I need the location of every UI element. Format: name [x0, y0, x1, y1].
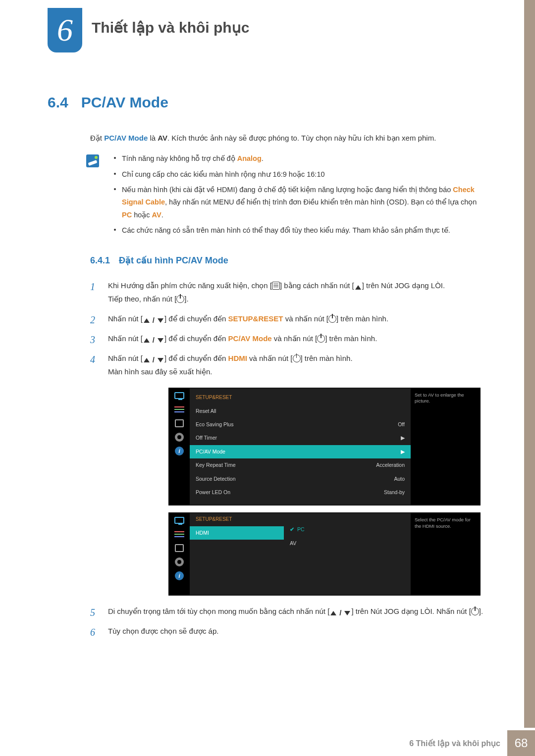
step-item: 4 Nhấn nút [/] để di chuyển đến HDMI và … — [90, 352, 483, 596]
monitor-icon — [174, 391, 185, 400]
text: hoặc — [132, 211, 152, 219]
menu-icon — [272, 282, 280, 290]
text: , hãy nhấn nút MENU để hiển thị trình đơ… — [165, 198, 477, 206]
osd-row: Off Timer▶ — [190, 431, 411, 445]
slash-separator: / — [151, 316, 157, 324]
sliders-icon — [174, 405, 185, 414]
osd-row: Eco Saving PlusOff — [190, 418, 411, 431]
info-icon: i — [174, 571, 185, 580]
chapter-number-tab: 6 — [48, 8, 82, 52]
up-arrow-icon — [143, 356, 151, 364]
step-number: 1 — [90, 278, 95, 296]
osd-label: PC/AV Mode — [196, 447, 225, 456]
osd-label: HDMI — [196, 528, 209, 538]
text: . — [262, 154, 264, 162]
osd-option-av: AV — [284, 537, 411, 550]
text: Nhấn nút [ — [108, 314, 143, 323]
text: Tiếp theo, nhấn nút [ — [108, 295, 176, 303]
gear-icon — [174, 557, 185, 566]
term-pc: PC — [122, 211, 132, 219]
term-analog: Analog — [237, 154, 262, 162]
step-number: 4 — [90, 351, 95, 369]
text: . Kích thước ảnh này sẽ được phóng to. T… — [167, 134, 436, 142]
text: ] trên Nút JOG dạng LÒI. Nhấn nút [ — [351, 607, 471, 615]
slash-separator: / — [151, 336, 157, 344]
up-arrow-icon — [354, 283, 362, 291]
osd-value: ▶ — [401, 433, 405, 443]
note-item: Các chức năng có sẵn trên màn hình có th… — [111, 224, 483, 237]
text: ] trên màn hình. — [336, 314, 388, 323]
up-arrow-icon — [329, 609, 337, 617]
osd-label: Reset All — [196, 406, 216, 416]
text: và nhấn nút [ — [272, 334, 318, 343]
term-hdmi: HDMI — [228, 354, 247, 362]
text: Khi Hướng dẫn phím chức năng xuất hiện, … — [108, 281, 272, 290]
osd-screenshot-1: i SETUP&RESET Reset AllEco Saving PlusOf… — [168, 388, 481, 505]
osd-value: ▶ — [401, 447, 405, 456]
osd-tooltip: Set to AV to enlarge the picture. — [411, 388, 480, 505]
text: và nhấn nút [ — [283, 314, 328, 323]
note-block: Tính năng này không hỗ trợ chế độ Analog… — [86, 152, 483, 240]
note-icon — [86, 154, 99, 167]
term-av: AV — [158, 134, 167, 142]
osd-label: Source Detection — [196, 474, 236, 484]
gear-icon — [174, 433, 185, 442]
subsection-title: Đặt cấu hình PC/AV Mode — [119, 255, 228, 266]
osd-title: SETUP&RESET — [190, 391, 411, 404]
page-accent-bar — [524, 0, 535, 728]
text: Tính năng này không hỗ trợ chế độ — [122, 154, 237, 162]
step-number: 6 — [90, 623, 95, 642]
step-number: 3 — [90, 331, 95, 349]
osd-value: Auto — [394, 474, 405, 484]
box-icon — [174, 544, 185, 553]
note-item: Chỉ cung cấp cho các kiểu màn hình rộng … — [111, 168, 483, 181]
osd-label: Eco Saving Plus — [196, 420, 233, 429]
text: ] trên Nút JOG dạng LÒI. — [362, 281, 445, 290]
footer-page-number: 68 — [507, 730, 535, 756]
text: ] để di chuyển đến — [164, 354, 228, 362]
subsection-number: 6.4.1 — [90, 255, 110, 266]
osd-menu-left: SETUP&RESET HDMI — [190, 513, 284, 595]
check-icon: ✔ — [290, 526, 294, 532]
osd-value: Off — [398, 420, 405, 429]
osd-title: SETUP&RESET — [190, 513, 284, 526]
osd-sidebar: i — [169, 513, 190, 595]
text: ]. — [479, 607, 483, 615]
term-av: AV — [152, 211, 161, 219]
down-arrow-icon — [157, 356, 164, 364]
step-item: 5 Di chuyển trọng tâm tới tùy chọn mong … — [90, 605, 483, 618]
term-pcav: PC/AV Mode — [228, 334, 272, 343]
power-icon — [328, 315, 336, 323]
text: ] để di chuyển đến — [164, 334, 228, 343]
osd-menu: SETUP&RESET Reset AllEco Saving PlusOffO… — [190, 388, 411, 505]
text: Màn hình sau đây sẽ xuất hiện. — [108, 367, 212, 376]
section-title: PC/AV Mode — [81, 94, 168, 111]
osd-label: Power LED On — [196, 488, 230, 497]
down-arrow-icon — [343, 609, 351, 617]
down-arrow-icon — [157, 336, 164, 344]
osd-menu-right: ✔PC AV — [284, 513, 411, 595]
power-icon — [317, 335, 325, 343]
text: Di chuyển trọng tâm tới tùy chọn mong mu… — [108, 607, 329, 615]
osd-row: Source DetectionAuto — [190, 472, 411, 486]
osd-label: PC — [297, 526, 305, 532]
text: Tùy chọn được chọn sẽ được áp. — [108, 627, 218, 635]
section-number: 6.4 — [48, 94, 68, 111]
osd-label: Key Repeat Time — [196, 460, 236, 470]
text: ]. — [184, 295, 188, 303]
up-arrow-icon — [143, 336, 151, 344]
step-item: 6 Tùy chọn được chọn sẽ được áp. — [90, 624, 483, 638]
slash-separator: / — [337, 609, 343, 617]
osd-option-pc: ✔PC — [284, 523, 411, 536]
note-item: Tính năng này không hỗ trợ chế độ Analog… — [111, 152, 483, 165]
step-item: 2 Nhấn nút [/] để di chuyển đến SETUP&RE… — [90, 312, 483, 326]
monitor-icon — [174, 516, 185, 525]
sliders-icon — [174, 530, 185, 539]
step-number: 5 — [90, 604, 95, 622]
osd-value: Stand-by — [384, 488, 405, 497]
footer-text: 6 Thiết lập và khôi phục — [409, 739, 500, 748]
osd-row: Power LED OnStand-by — [190, 486, 411, 499]
osd-value: Acceleration — [376, 460, 405, 470]
text: là — [148, 134, 158, 142]
step-item: 3 Nhấn nút [/] để di chuyển đến PC/AV Mo… — [90, 332, 483, 346]
